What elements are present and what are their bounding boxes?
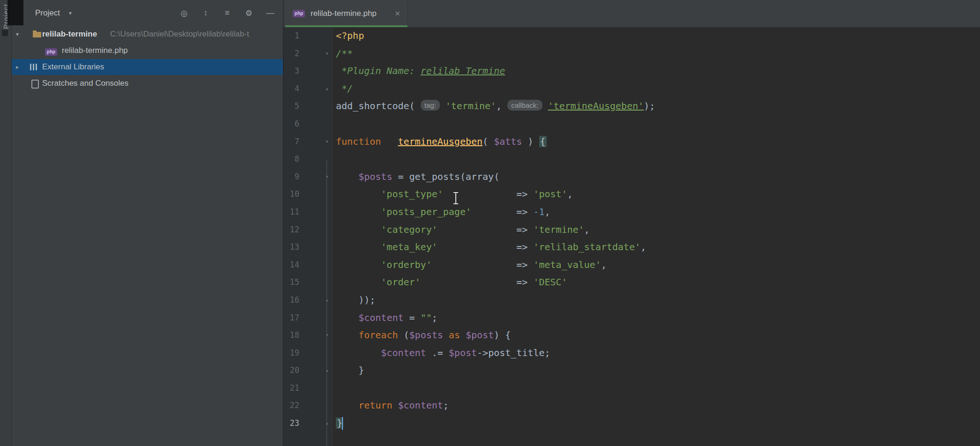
line-number: 20▴ — [283, 362, 332, 379]
editor-tab-bar: php relilab-termine.php × — [283, 0, 980, 28]
project-panel-title[interactable]: Project — [35, 0, 60, 26]
editor-gutter: 12▾34▴567▾89▾10111213141516▴1718▾1920▴21… — [283, 27, 333, 446]
project-tool-window: Project ▾ ◎ ↕ ≡ ⚙ — ▾ relilab-termine C:… — [12, 0, 283, 446]
project-panel-header: Project ▾ ◎ ↕ ≡ ⚙ — — [12, 0, 283, 26]
mouse-cursor-ibeam — [453, 192, 459, 205]
code-line[interactable] — [336, 150, 980, 168]
line-number: 15 — [283, 274, 332, 291]
code-line[interactable]: 'post_type' => 'post', — [336, 186, 980, 203]
code-line[interactable]: 'orderby' => 'meta_value', — [336, 256, 980, 274]
library-icon — [30, 64, 38, 70]
line-number: 13 — [283, 238, 332, 256]
line-number: 23▴ — [283, 415, 332, 432]
chevron-right-icon[interactable]: ▸ — [16, 59, 19, 75]
line-number: 3 — [283, 62, 332, 80]
code-line[interactable]: $content .= $post->post_title; — [336, 344, 980, 362]
code-line[interactable]: )); — [336, 291, 980, 309]
php-file-icon: php — [45, 47, 57, 56]
stripe-square-icon — [2, 30, 8, 36]
line-number: 19 — [283, 344, 332, 362]
line-number: 17 — [283, 309, 332, 327]
external-libraries-label: External Libraries — [42, 59, 104, 75]
sort-icon[interactable]: ↕ — [200, 8, 211, 18]
fold-end-icon[interactable]: ▴ — [323, 291, 331, 309]
editor-area: php relilab-termine.php × 12▾34▴567▾89▾1… — [283, 0, 980, 446]
code-line[interactable]: *Plugin Name: relilab Termine — [336, 62, 980, 80]
code-line[interactable]: function termineAusgeben( $atts ) { — [336, 133, 980, 151]
close-tab-icon[interactable]: × — [395, 8, 400, 19]
tree-row-project-root[interactable]: ▾ relilab-termine C:\Users\Daniel\Deskto… — [12, 26, 283, 42]
panel-toolbar: ◎ ↕ ≡ ⚙ — — [179, 0, 275, 26]
code-line[interactable] — [336, 115, 980, 133]
fold-collapse-icon[interactable]: ▾ — [323, 133, 331, 151]
line-number: 2▾ — [283, 45, 332, 63]
hide-panel-icon[interactable]: — — [265, 8, 275, 18]
gutter-lines: 12▾34▴567▾89▾10111213141516▴1718▾1920▴21… — [283, 27, 332, 432]
line-number: 1 — [283, 27, 332, 45]
line-number: 21 — [283, 379, 332, 397]
code-line[interactable] — [336, 379, 980, 397]
fold-collapse-icon[interactable]: ▾ — [323, 327, 331, 344]
line-number: 14 — [283, 256, 332, 274]
scratches-label: Scratches and Consoles — [42, 75, 128, 91]
fold-collapse-icon[interactable]: ▾ — [323, 45, 331, 63]
fold-end-icon[interactable]: ▴ — [323, 362, 331, 379]
settings-gear-icon[interactable]: ⚙ — [244, 8, 254, 18]
tree-row-scratches[interactable]: Scratches and Consoles — [12, 75, 283, 91]
code-line[interactable]: $content = ""; — [336, 309, 980, 327]
line-number: 18▾ — [283, 327, 332, 344]
project-root-path: C:\Users\Daniel\Desktop\relilab\relilab-… — [110, 26, 249, 42]
line-number: 10 — [283, 186, 332, 203]
fold-end-icon[interactable]: ▴ — [323, 80, 331, 98]
locate-file-icon[interactable]: ◎ — [179, 8, 189, 18]
folder-icon — [33, 32, 41, 37]
code-lines: <?php/** *Plugin Name: relilab Termine *… — [336, 27, 980, 432]
code-line[interactable]: */ — [336, 80, 980, 98]
tree-row-external-libraries[interactable]: ▸ External Libraries — [12, 59, 283, 75]
code-line[interactable]: } — [336, 362, 980, 379]
ide-window: Project Project ▾ ◎ ↕ ≡ ⚙ — ▾ relilab-te… — [0, 0, 980, 446]
code-line[interactable]: } — [336, 415, 980, 432]
corner-dark-block — [7, 0, 23, 25]
line-number: 5 — [283, 97, 332, 115]
scratches-icon — [31, 80, 39, 89]
tab-label: relilab-termine.php — [311, 9, 389, 18]
chevron-down-icon[interactable]: ▾ — [69, 0, 72, 26]
project-root-name: relilab-termine — [42, 26, 97, 42]
fold-scope-guide — [327, 160, 327, 446]
code-line[interactable]: 'order' => 'DESC' — [336, 274, 980, 291]
code-line[interactable]: return $content; — [336, 397, 980, 415]
code-line[interactable]: foreach ($posts as $post) { — [336, 327, 980, 344]
line-number: 16▴ — [283, 291, 332, 309]
line-number: 8 — [283, 150, 332, 168]
line-number: 6 — [283, 115, 332, 133]
line-number: 7▾ — [283, 133, 332, 151]
collapse-all-icon[interactable]: ≡ — [222, 8, 232, 18]
line-number: 22 — [283, 397, 332, 415]
code-line[interactable]: 'posts_per_page' => -1, — [336, 203, 980, 221]
php-file-icon: php — [293, 10, 305, 17]
line-number: 4▴ — [283, 80, 332, 98]
tree-row-php-file[interactable]: php relilab-termine.php — [12, 43, 283, 59]
tool-window-stripe: Project — [0, 0, 12, 446]
fold-end-icon[interactable]: ▴ — [323, 415, 331, 432]
code-editor[interactable]: <?php/** *Plugin Name: relilab Termine *… — [332, 27, 980, 446]
fold-collapse-icon[interactable]: ▾ — [323, 168, 331, 186]
chevron-down-icon[interactable]: ▾ — [16, 26, 19, 42]
code-line[interactable]: add_shortcode( tag: 'termine', callback:… — [336, 97, 980, 115]
code-line[interactable]: 'category' => 'termine', — [336, 221, 980, 239]
code-line[interactable]: $posts = get_posts(array( — [336, 168, 980, 186]
code-line[interactable]: 'meta_key' => 'relilab_startdate', — [336, 238, 980, 256]
line-number: 12 — [283, 221, 332, 239]
line-number: 11 — [283, 203, 332, 221]
code-line[interactable]: /** — [336, 45, 980, 63]
code-line[interactable]: <?php — [336, 27, 980, 45]
tab-relilab-termine-php[interactable]: php relilab-termine.php × — [285, 0, 408, 27]
text-caret — [342, 417, 343, 430]
php-file-name: relilab-termine.php — [62, 43, 128, 59]
line-number: 9▾ — [283, 168, 332, 186]
